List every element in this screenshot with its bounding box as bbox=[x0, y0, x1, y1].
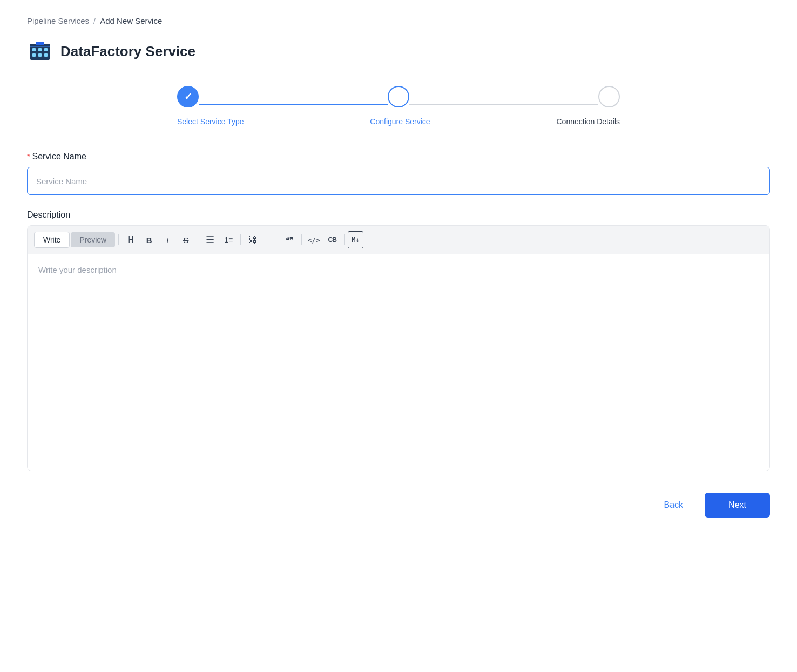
service-name-input[interactable] bbox=[27, 167, 770, 195]
description-editor: Write Preview H B I S bbox=[27, 225, 770, 471]
blockquote-button[interactable]: ❝❞ bbox=[281, 231, 298, 248]
blockquote-icon: ❝❞ bbox=[286, 236, 293, 244]
next-button[interactable]: Next bbox=[705, 493, 770, 518]
unordered-list-icon: ☰ bbox=[206, 234, 214, 246]
page-header: DataFactory Service bbox=[27, 38, 770, 64]
italic-button[interactable]: I bbox=[159, 231, 176, 248]
code-block-button[interactable]: CB bbox=[323, 231, 341, 248]
markdown-icon: M↓ bbox=[352, 236, 359, 244]
step-1-label: Select Service Type bbox=[177, 117, 244, 126]
horizontal-rule-button[interactable]: — bbox=[262, 231, 280, 248]
stepper: ✓ bbox=[27, 86, 770, 126]
svg-rect-9 bbox=[36, 42, 44, 45]
ordered-list-icon: 1≡ bbox=[224, 236, 233, 244]
step-3-circle bbox=[598, 86, 620, 107]
strikethrough-button[interactable]: S bbox=[177, 231, 194, 248]
unordered-list-button[interactable]: ☰ bbox=[201, 231, 219, 248]
code-inline-button[interactable]: </> bbox=[305, 231, 322, 248]
svg-rect-3 bbox=[44, 48, 48, 51]
required-indicator: * bbox=[27, 152, 30, 161]
back-button[interactable]: Back bbox=[653, 495, 694, 515]
breadcrumb: Pipeline Services / Add New Service bbox=[27, 16, 770, 25]
step-2-circle bbox=[388, 86, 409, 107]
svg-rect-1 bbox=[32, 48, 36, 51]
form-container: * Service Name Description Write Preview… bbox=[27, 152, 770, 471]
svg-rect-4 bbox=[32, 53, 36, 57]
heading-button[interactable]: H bbox=[122, 231, 139, 248]
step-1-circle: ✓ bbox=[177, 86, 199, 107]
page-title: DataFactory Service bbox=[60, 43, 195, 60]
step-2-label: Configure Service bbox=[370, 117, 430, 126]
write-tab[interactable]: Write bbox=[34, 232, 70, 248]
breadcrumb-parent[interactable]: Pipeline Services bbox=[27, 16, 89, 25]
toolbar-divider-5 bbox=[344, 234, 345, 245]
code-inline-icon: </> bbox=[307, 236, 320, 244]
toolbar-divider-2 bbox=[198, 234, 198, 245]
svg-rect-6 bbox=[44, 53, 48, 57]
description-label: Description bbox=[27, 210, 770, 220]
svg-rect-5 bbox=[38, 53, 42, 57]
step-3-label: Connection Details bbox=[556, 117, 620, 126]
toolbar-divider-1 bbox=[118, 234, 119, 245]
footer-actions: Back Next bbox=[27, 493, 770, 539]
preview-tab[interactable]: Preview bbox=[71, 232, 115, 247]
bold-button[interactable]: B bbox=[140, 231, 158, 248]
markdown-button[interactable]: M↓ bbox=[348, 231, 363, 248]
service-name-group: * Service Name bbox=[27, 152, 770, 195]
datafactory-icon bbox=[27, 38, 53, 64]
heading-icon: H bbox=[127, 235, 134, 245]
description-textarea[interactable]: Write your description bbox=[28, 254, 769, 471]
link-button[interactable]: ⛓ bbox=[244, 231, 261, 248]
italic-icon: I bbox=[166, 236, 168, 245]
toolbar-divider-3 bbox=[240, 234, 241, 245]
description-placeholder: Write your description bbox=[38, 265, 117, 274]
bold-icon: B bbox=[146, 236, 152, 245]
editor-toolbar: Write Preview H B I S bbox=[28, 226, 769, 254]
strikethrough-icon: S bbox=[183, 236, 188, 245]
toolbar-divider-4 bbox=[301, 234, 302, 245]
horizontal-rule-icon: — bbox=[267, 236, 275, 245]
breadcrumb-current: Add New Service bbox=[100, 16, 162, 25]
link-icon: ⛓ bbox=[248, 235, 257, 245]
code-block-icon: CB bbox=[328, 236, 336, 244]
ordered-list-button[interactable]: 1≡ bbox=[220, 231, 237, 248]
service-name-label: * Service Name bbox=[27, 152, 770, 162]
breadcrumb-separator: / bbox=[93, 16, 96, 25]
svg-rect-2 bbox=[38, 48, 42, 51]
description-group: Description Write Preview H B I bbox=[27, 210, 770, 471]
